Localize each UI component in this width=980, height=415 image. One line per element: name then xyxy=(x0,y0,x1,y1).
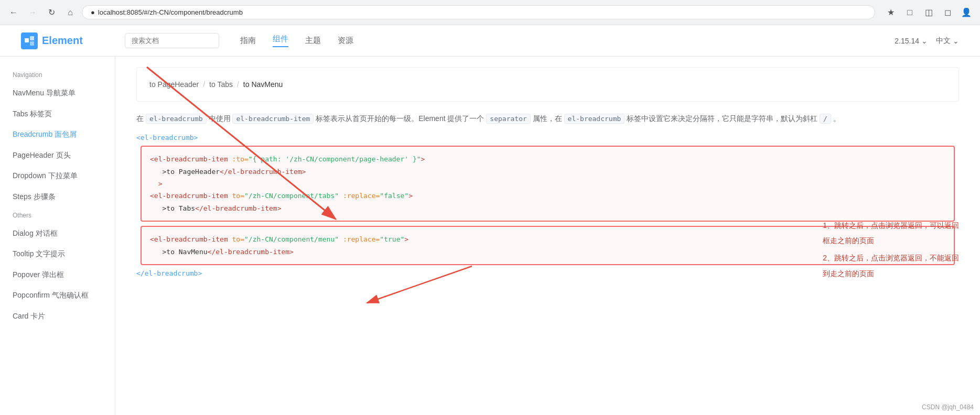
sidebar-item-popover[interactable]: Popover 弹出框 xyxy=(0,265,115,286)
nav-guide[interactable]: 指南 xyxy=(240,36,256,46)
sidebar: Navigation NavMenu 导航菜单 Tabs 标签页 Breadcr… xyxy=(0,57,115,415)
logo-icon xyxy=(21,32,38,49)
content-area: to PageHeader / to Tabs / to NavMenu 在 e… xyxy=(115,57,980,415)
sidebar-item-card[interactable]: Card 卡片 xyxy=(0,306,115,327)
demo-box: to PageHeader / to Tabs / to NavMenu xyxy=(136,67,959,102)
sidebar-item-breadcrumb[interactable]: Breadcrumb 面包屑 xyxy=(0,124,115,145)
annotation-line-3: 2、跳转之后，点击浏览器返回，不能返回 xyxy=(823,252,959,265)
annotation-line-2: 框走之前的页面 xyxy=(823,234,959,247)
code-line-3: > xyxy=(150,178,945,190)
lock-icon: ● xyxy=(91,8,95,16)
svg-rect-2 xyxy=(30,41,34,46)
code-el-breadcrumb: el-breadcrumb xyxy=(146,114,207,124)
back-button[interactable]: ← xyxy=(6,5,21,20)
desc-text-3: 标签表示从首页开始的每一级。Element 提供了一个 xyxy=(316,114,484,123)
annotation-area: 1、跳转之后，点击浏览器返回，可以返回 框走之前的页面 2、跳转之后，点击浏览器… xyxy=(823,219,959,282)
address-bar[interactable]: ● localhost:8085/#/zh-CN/component/bread… xyxy=(82,5,875,19)
code-line-1: <el-breadcrumb-item :to="{ path: '/zh-CN… xyxy=(150,153,945,165)
breadcrumb-sep-1: / xyxy=(203,80,205,89)
forward-button[interactable]: → xyxy=(25,5,40,20)
code-line-4: <el-breadcrumb-item to="/zh-CN/component… xyxy=(150,190,945,202)
sidebar-item-dropdown[interactable]: Dropdown 下拉菜单 xyxy=(0,166,115,187)
main-layout: Navigation NavMenu 导航菜单 Tabs 标签页 Breadcr… xyxy=(0,57,980,415)
lang-button[interactable]: 中文 ⌄ xyxy=(936,36,959,46)
breadcrumb-sep-2: / xyxy=(237,80,239,89)
csdn-watermark: CSDN @jqh_0484 xyxy=(922,403,974,411)
home-button[interactable]: ⌂ xyxy=(63,5,78,20)
breadcrumb-item-tabs[interactable]: to Tabs xyxy=(209,80,233,89)
sidebar-section-others: Others Dialog 对话框 Tooltip 文字提示 Popover 弹… xyxy=(0,208,115,327)
breadcrumb-demo: to PageHeader / to Tabs / to NavMenu xyxy=(149,80,946,89)
sidebar-item-tooltip[interactable]: Tooltip 文字提示 xyxy=(0,244,115,265)
sidebar-section-navigation: Navigation NavMenu 导航菜单 Tabs 标签页 Breadcr… xyxy=(0,67,115,208)
code-el-breadcrumb-item: el-breadcrumb-item xyxy=(232,114,314,124)
code-line-2: >to PageHeader</el-breadcrumb-item> xyxy=(150,166,945,178)
code-tag-1: <el-breadcrumb-item xyxy=(150,155,232,163)
sidebar-item-pageheader[interactable]: PageHeader 页头 xyxy=(0,145,115,166)
bookmark-button[interactable]: ★ xyxy=(884,5,898,20)
sidebar-item-popconfirm[interactable]: Popconfirm 气泡确认框 xyxy=(0,285,115,306)
code-slash: / xyxy=(820,114,831,124)
sidebar-section-title-navigation: Navigation xyxy=(0,67,115,83)
top-nav: 指南 组件 主题 资源 xyxy=(240,34,353,47)
url-text: localhost:8085/#/zh-CN/component/breadcr… xyxy=(98,8,866,16)
version-button[interactable]: 2.15.14 ⌄ xyxy=(895,37,928,45)
browser-chrome: ← → ↻ ⌂ ● localhost:8085/#/zh-CN/compone… xyxy=(0,0,980,25)
site-header: Element 指南 组件 主题 资源 2.15.14 ⌄ 中文 ⌄ xyxy=(0,25,980,57)
nav-resource[interactable]: 资源 xyxy=(338,36,353,46)
desc-text-4: 属性，在 xyxy=(533,114,562,123)
nav-component[interactable]: 组件 xyxy=(273,34,288,47)
sidebar-item-dialog[interactable]: Dialog 对话框 xyxy=(0,223,115,244)
logo[interactable]: Element xyxy=(21,32,83,49)
extension2-button[interactable]: ◫ xyxy=(921,5,936,20)
desc-text-1: 在 xyxy=(136,114,144,123)
user-button[interactable]: 👤 xyxy=(959,5,974,20)
sidebar-item-steps[interactable]: Steps 步骤条 xyxy=(0,187,115,208)
code-el-breadcrumb-2: el-breadcrumb xyxy=(564,114,625,124)
desc-text-6: 。 xyxy=(833,114,841,123)
code-block-1: <el-breadcrumb-item :to="{ path: '/zh-CN… xyxy=(141,146,955,222)
sidebar-item-navmenu[interactable]: NavMenu 导航菜单 xyxy=(0,83,115,104)
nav-theme[interactable]: 主题 xyxy=(305,36,321,46)
sidebar-section-title-others: Others xyxy=(0,208,115,223)
code-line-5: >to Tabs</el-breadcrumb-item> xyxy=(150,202,945,214)
version-text: 2.15.14 xyxy=(895,37,919,45)
svg-rect-1 xyxy=(30,36,34,40)
annotation-line-4: 到走之前的页面 xyxy=(823,267,959,280)
annotation-line-1: 1、跳转之后，点击浏览器返回，可以返回 xyxy=(823,219,959,232)
search-input[interactable] xyxy=(125,33,219,48)
desc-text-2: 中使用 xyxy=(209,114,231,123)
svg-rect-0 xyxy=(25,38,29,42)
sidebar-item-tabs[interactable]: Tabs 标签页 xyxy=(0,104,115,125)
breadcrumb-item-navmenu: to NavMenu xyxy=(243,80,283,89)
extension1-button[interactable]: □ xyxy=(902,5,917,20)
logo-text: Element xyxy=(42,35,83,47)
version-select: 2.15.14 ⌄ 中文 ⌄ xyxy=(895,36,959,46)
extension3-button[interactable]: ◻ xyxy=(940,5,955,20)
breadcrumb-item-pageheader[interactable]: to PageHeader xyxy=(149,80,199,89)
browser-actions: ★ □ ◫ ◻ 👤 xyxy=(884,5,974,20)
lang-chevron-icon: ⌄ xyxy=(953,37,959,45)
code-separator: separator xyxy=(486,114,530,124)
description-block: 在 el-breadcrumb 中使用 el-breadcrumb-item 标… xyxy=(136,112,959,125)
reload-button[interactable]: ↻ xyxy=(44,5,59,20)
desc-text-5: 标签中设置它来决定分隔符，它只能是字符串，默认为斜杠 xyxy=(627,114,817,123)
version-chevron-icon: ⌄ xyxy=(921,37,928,45)
lang-text: 中文 xyxy=(936,36,951,46)
code-tag-open: <el-breadcrumb> xyxy=(136,134,959,141)
